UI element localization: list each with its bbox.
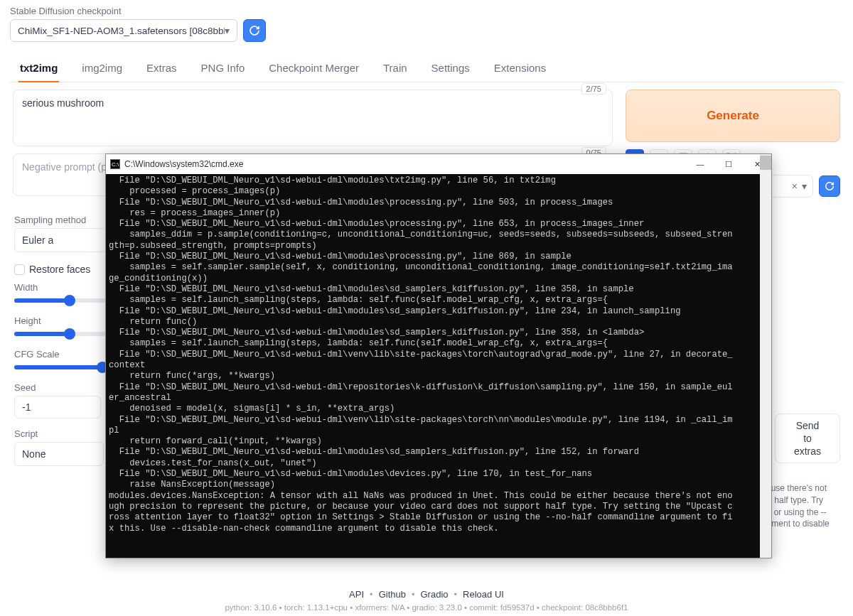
width-label: Width (14, 282, 107, 293)
width-slider[interactable] (14, 298, 107, 303)
seed-label: Seed (14, 382, 107, 393)
tab-train[interactable]: Train (382, 58, 409, 82)
cmd-window: C:\ C:\Windows\system32\cmd.exe — ☐ ✕ Fi… (105, 153, 772, 558)
chevron-down-icon: ▾ (802, 180, 807, 192)
footer-link-reload[interactable]: Reload UI (463, 589, 504, 600)
seed-input[interactable]: -1 (14, 396, 101, 418)
refresh-icon (825, 181, 835, 191)
error-text-fragment: cause there's not ort half type. Try on … (762, 482, 843, 530)
tab-checkpoint-merger[interactable]: Checkpoint Merger (267, 58, 360, 82)
sampling-method-label: Sampling method (14, 215, 107, 225)
footer-link-github[interactable]: Github (379, 589, 406, 600)
cmd-output[interactable]: File "D:\SD_WEBUI_DML_Neuro_v1\sd-webui-… (106, 174, 771, 558)
tab-img2img[interactable]: img2img (80, 58, 124, 82)
checkpoint-select[interactable]: ChiMix_SF1-NED-AOM3_1.safetensors [08c8b… (10, 19, 237, 42)
cfg-label: CFG Scale (14, 349, 107, 360)
footer-link-gradio[interactable]: Gradio (421, 589, 449, 600)
script-select[interactable]: None (14, 442, 104, 466)
chevron-down-icon: ▾ (225, 25, 230, 36)
tab-settings[interactable]: Settings (430, 58, 471, 82)
refresh-checkpoint-button[interactable] (243, 19, 266, 42)
footer-link-api[interactable]: API (349, 589, 364, 600)
prompt-text: serious mushroom (22, 97, 104, 109)
footer-links: API • Github • Gradio • Reload UI (0, 589, 853, 600)
sampling-method-select[interactable]: Euler a (14, 228, 107, 252)
cmd-icon: C:\ (110, 159, 120, 169)
cmd-scrollbar[interactable] (760, 154, 771, 558)
maximize-button[interactable]: ☐ (714, 154, 743, 174)
height-label: Height (14, 315, 107, 326)
footer-info: python: 3.10.6 • torch: 1.13.1+cpu • xfo… (0, 603, 853, 612)
tab-txt2img[interactable]: txt2img (18, 58, 59, 82)
prompt-input[interactable]: 2/75 serious mushroom (13, 90, 613, 146)
refresh-styles-button[interactable] (819, 175, 840, 197)
cfg-slider[interactable] (14, 365, 107, 369)
tab-pnginfo[interactable]: PNG Info (200, 58, 247, 82)
restore-faces-checkbox[interactable] (14, 264, 25, 275)
restore-faces-label: Restore faces (29, 264, 90, 275)
refresh-icon (249, 25, 260, 36)
minimize-button[interactable]: — (686, 154, 714, 174)
cmd-titlebar[interactable]: C:\ C:\Windows\system32\cmd.exe — ☐ ✕ (106, 154, 771, 174)
script-label: Script (14, 428, 107, 439)
checkpoint-value: ChiMix_SF1-NED-AOM3_1.safetensors [08c8b… (18, 26, 225, 36)
cmd-scroll-thumb[interactable] (760, 156, 771, 170)
tab-extras[interactable]: Extras (145, 58, 178, 82)
checkpoint-label: Stable Diffusion checkpoint (10, 6, 843, 16)
height-slider[interactable] (14, 332, 107, 336)
generate-button[interactable]: Generate (626, 90, 840, 142)
tab-extensions[interactable]: Extensions (493, 58, 547, 82)
main-tabs: txt2img img2img Extras PNG Info Checkpoi… (10, 58, 843, 82)
send-to-extras-button[interactable]: Send to extras (775, 414, 840, 463)
prompt-token-counter: 2/75 (581, 83, 606, 94)
cmd-title: C:\Windows\system32\cmd.exe (124, 159, 243, 169)
